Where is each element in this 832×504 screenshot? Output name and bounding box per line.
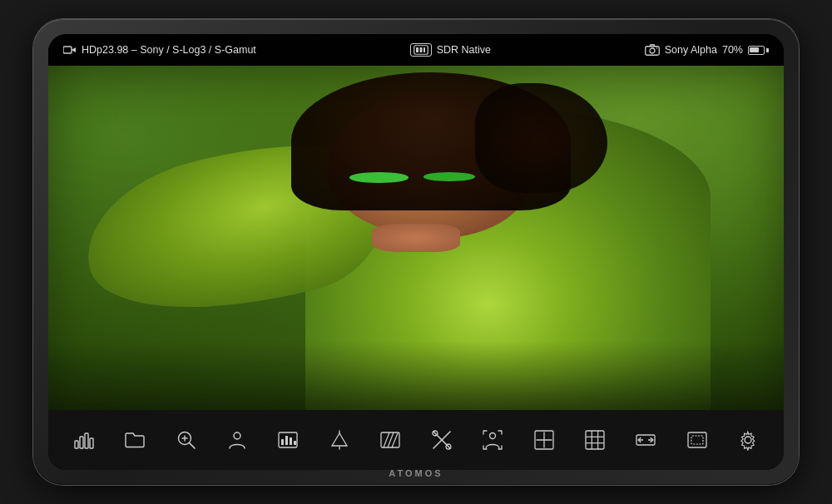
anamorphic-button[interactable] bbox=[424, 422, 459, 457]
svg-rect-11 bbox=[90, 438, 93, 448]
waveform-button[interactable] bbox=[270, 422, 305, 457]
status-bar: HDp23.98 – Sony / S-Log3 / S-Gamut SDR N… bbox=[48, 34, 784, 66]
screen-content: HDp23.98 – Sony / S-Log3 / S-Gamut SDR N… bbox=[48, 34, 784, 470]
input-arrow-icon bbox=[63, 44, 77, 56]
device-frame: HDp23.98 – Sony / S-Log3 / S-Gamut SDR N… bbox=[33, 19, 799, 485]
svg-rect-2 bbox=[416, 47, 418, 52]
toolbar bbox=[48, 410, 784, 470]
camera-icon bbox=[645, 44, 660, 56]
svg-line-13 bbox=[189, 443, 195, 449]
sdr-icon bbox=[410, 43, 432, 57]
svg-rect-18 bbox=[281, 439, 284, 445]
svg-rect-10 bbox=[85, 433, 88, 448]
focus-assist-button[interactable] bbox=[475, 422, 510, 457]
battery-icon bbox=[748, 46, 769, 55]
svg-rect-9 bbox=[80, 437, 83, 448]
zoom-button[interactable] bbox=[169, 422, 204, 457]
vignette bbox=[48, 66, 784, 410]
frame-guide-button[interactable] bbox=[680, 422, 715, 457]
exposure-button[interactable] bbox=[322, 422, 357, 457]
folder-button[interactable] bbox=[117, 422, 152, 457]
svg-rect-36 bbox=[586, 431, 604, 449]
svg-rect-20 bbox=[290, 437, 292, 445]
grid-button[interactable] bbox=[577, 422, 612, 457]
svg-rect-0 bbox=[63, 47, 72, 53]
brand-label: ATOMOS bbox=[389, 468, 443, 478]
zebra-button[interactable] bbox=[373, 422, 408, 457]
crosshair-button[interactable] bbox=[527, 422, 562, 457]
svg-rect-4 bbox=[423, 47, 425, 52]
video-area bbox=[48, 66, 784, 410]
svg-rect-8 bbox=[75, 441, 78, 448]
battery-percent: 70% bbox=[722, 44, 743, 56]
display-mode: SDR Native bbox=[437, 44, 491, 56]
camera-name: Sony Alpha bbox=[665, 44, 717, 56]
svg-point-16 bbox=[234, 432, 240, 439]
histogram-button[interactable] bbox=[67, 422, 102, 457]
svg-rect-44 bbox=[688, 432, 706, 447]
lut-button[interactable] bbox=[220, 422, 255, 457]
svg-rect-21 bbox=[294, 441, 296, 445]
status-center: SDR Native bbox=[410, 43, 491, 57]
status-right: Sony Alpha 70% bbox=[645, 44, 769, 56]
svg-point-7 bbox=[656, 47, 657, 49]
device-screen: HDp23.98 – Sony / S-Log3 / S-Gamut SDR N… bbox=[48, 34, 784, 470]
svg-point-6 bbox=[650, 48, 655, 53]
svg-point-32 bbox=[490, 433, 496, 439]
status-left: HDp23.98 – Sony / S-Log3 / S-Gamut bbox=[63, 44, 256, 56]
svg-point-46 bbox=[745, 437, 751, 443]
settings-button[interactable] bbox=[730, 422, 765, 457]
svg-rect-3 bbox=[419, 47, 422, 52]
aspect-ratio-button[interactable] bbox=[628, 422, 663, 457]
svg-rect-19 bbox=[285, 436, 288, 445]
input-label: HDp23.98 – Sony / S-Log3 / S-Gamut bbox=[82, 44, 256, 56]
svg-rect-45 bbox=[691, 436, 703, 444]
